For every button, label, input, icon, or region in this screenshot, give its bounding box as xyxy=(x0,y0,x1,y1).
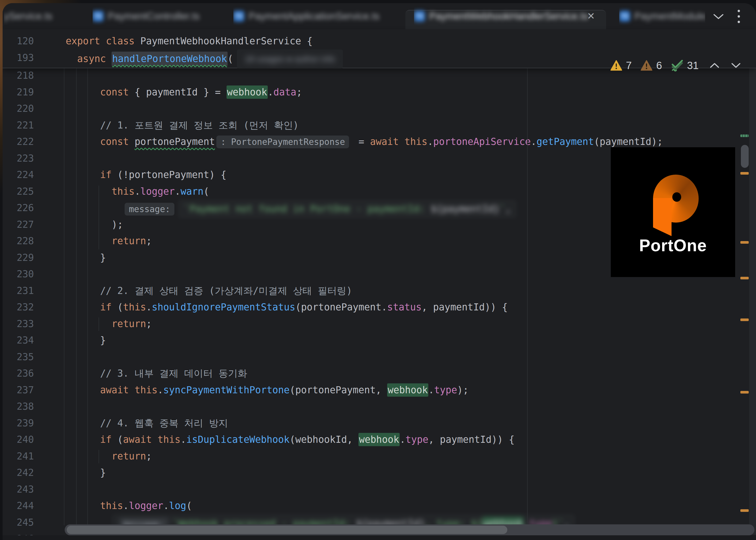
line-number: 218 xyxy=(3,67,34,84)
token-kw: await xyxy=(123,434,152,445)
line-number: 235 xyxy=(3,349,34,365)
code-line-content: } xyxy=(100,249,106,266)
code-line: 120export class PaymentWebhookHandlerSer… xyxy=(3,33,756,50)
token-d: . xyxy=(175,186,180,197)
stripe-warning-mark[interactable] xyxy=(740,172,749,175)
code-line: 243 xyxy=(3,481,756,498)
token-d: ( xyxy=(186,500,192,511)
code-line-content: // 4. 웹훅 중복 처리 방지 xyxy=(100,415,228,432)
code-line: 236// 3. 내부 결제 데이터 동기화 xyxy=(3,365,756,382)
token-d: } xyxy=(100,252,106,263)
token-d: . xyxy=(157,384,163,396)
code-line-content: await this.syncPaymentWithPortone(porton… xyxy=(100,382,468,398)
right-margin-guide xyxy=(527,68,528,525)
portone-logo-mark-hole xyxy=(672,192,681,202)
token-d: . xyxy=(268,86,273,98)
token-kw: return xyxy=(111,318,146,330)
code-line: 220 xyxy=(3,100,756,117)
token-prop: logger xyxy=(129,500,163,511)
token-d xyxy=(129,384,134,396)
token-d: } xyxy=(100,467,106,478)
portone-logo-mark-bar xyxy=(653,198,672,236)
line-number: 219 xyxy=(3,84,34,101)
token-d: , xyxy=(505,203,511,214)
token-kw: if xyxy=(100,169,111,180)
vertical-scrollbar-thumb[interactable] xyxy=(741,145,749,168)
line-number: 244 xyxy=(3,497,34,514)
token-d: . xyxy=(163,500,169,511)
horizontal-scrollbar-thumb[interactable] xyxy=(67,526,507,534)
stripe-warning-mark[interactable] xyxy=(740,391,749,394)
line-number: 243 xyxy=(3,481,34,498)
prev-problem-chevron-up-icon[interactable] xyxy=(709,62,719,68)
token-str: ` xyxy=(500,203,505,214)
token-d: ); xyxy=(457,384,468,396)
tab-label: PaymentWebhookHandlerService.ts xyxy=(429,11,588,22)
editor-tab-active[interactable]: TSPaymentWebhookHandlerService.ts xyxy=(414,3,588,29)
line-number: 240 xyxy=(3,431,34,448)
editor-tab[interactable]: TSPaymentModule.ts xyxy=(619,3,705,29)
code-line-content: // 1. 포트원 결제 정보 조회 (먼저 확인) xyxy=(100,117,299,134)
ide-window: yService.tsTSPaymentController.tsTSPayme… xyxy=(3,3,756,540)
tab-options-kebab-icon[interactable] xyxy=(731,10,746,23)
stripe-warning-mark[interactable] xyxy=(740,319,749,321)
token-d: , paymentId)) { xyxy=(428,434,514,445)
stripe-analysis-ok-mark[interactable] xyxy=(740,134,749,137)
code-line-content: if (this.shouldIgnorePaymentStatus(porto… xyxy=(100,299,508,316)
typescript-file-icon: TS xyxy=(619,11,630,22)
line-number: 242 xyxy=(3,465,34,481)
tab-label: PaymentController.ts xyxy=(108,11,200,22)
blurred-code-vision-hint: 18 usages ● author info xyxy=(237,50,343,68)
token-cm: // 2. 결제 상태 검증 (가상계좌/미결제 상태 필터링) xyxy=(100,285,352,296)
stripe-warning-mark[interactable] xyxy=(740,509,749,512)
weak-warning-icon xyxy=(641,60,653,71)
token-match: webhook xyxy=(359,433,400,446)
horizontal-scrollbar-track[interactable] xyxy=(65,524,754,535)
sticky-lines-header: 120export class PaymentWebhookHandlerSer… xyxy=(3,29,756,68)
inspections-widget[interactable]: 7 6 31 xyxy=(610,60,741,71)
portone-logo: PortOne xyxy=(611,147,735,277)
token-prop: portoneApiService xyxy=(433,136,531,147)
token-kw: if xyxy=(100,434,111,445)
token-d: { paymentId } = xyxy=(129,86,226,98)
token-str: `Payment not found in PortOne - paymentI… xyxy=(184,203,431,214)
token-hint: ● author info xyxy=(284,54,335,64)
stripe-warning-mark[interactable] xyxy=(740,241,749,244)
token-d: . xyxy=(123,500,129,511)
token-match: webhook xyxy=(227,85,268,99)
editor-tab[interactable]: yService.ts xyxy=(4,3,53,29)
code-line: 238 xyxy=(3,398,756,415)
stripe-warning-mark[interactable] xyxy=(740,277,749,279)
token-d: ( xyxy=(203,186,209,197)
code-line: 234} xyxy=(3,332,756,349)
code-line-content: const portonePayment: PortonePaymentResp… xyxy=(100,133,663,150)
line-number: 231 xyxy=(3,283,34,299)
line-number: 193 xyxy=(3,50,34,66)
token-prop: data xyxy=(273,86,296,98)
code-line: 241return; xyxy=(3,448,756,465)
editor-tab[interactable]: TSPaymentApplicationService.ts xyxy=(233,3,379,29)
code-line: 233return; xyxy=(3,316,756,332)
indent-guide xyxy=(76,68,76,525)
token-cm: // 3. 내부 결제 데이터 동기화 xyxy=(100,368,247,379)
code-line-content: } xyxy=(100,332,106,349)
warning-count: 7 xyxy=(626,60,632,71)
token-kw: this xyxy=(404,136,427,147)
line-number: 227 xyxy=(3,216,34,233)
token-d xyxy=(100,36,106,47)
token-d: (portonePayment. xyxy=(295,302,387,313)
code-line-content: if (await this.isDuplicateWebhook(webhoo… xyxy=(100,431,515,448)
editor-tab[interactable]: TSPaymentController.ts xyxy=(92,3,200,29)
code-line-content: export class PaymentWebhookHandlerServic… xyxy=(66,33,313,50)
next-problem-chevron-down-icon[interactable] xyxy=(731,62,741,68)
line-number: 241 xyxy=(3,448,34,465)
tab-close-icon[interactable]: ✕ xyxy=(587,3,595,29)
typescript-file-icon: TS xyxy=(92,11,103,22)
token-d xyxy=(152,434,157,445)
token-fn: isDuplicateWebhook xyxy=(186,434,289,445)
token-d: ( xyxy=(227,53,233,65)
code-line: 242} xyxy=(3,465,756,481)
code-line-content: // 2. 결제 상태 검증 (가상계좌/미결제 상태 필터링) xyxy=(100,283,352,299)
tab-list-chevron-down-icon[interactable] xyxy=(711,10,726,23)
token-d: (portonePayment, xyxy=(290,384,387,396)
